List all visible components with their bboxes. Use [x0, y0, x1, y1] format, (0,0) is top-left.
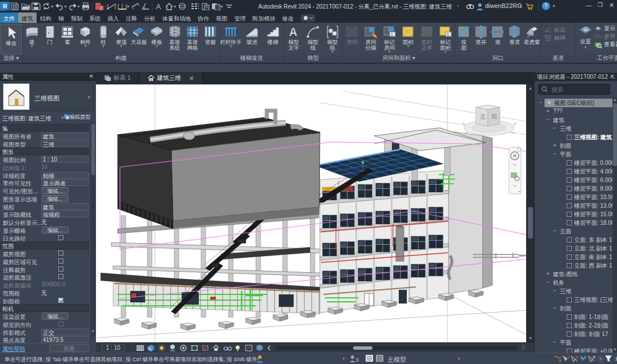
- ribbon-tab-分析[interactable]: 分析: [141, 13, 159, 23]
- select-by-face-icon[interactable]: [587, 355, 596, 364]
- panel-label-楼梯坡道[interactable]: 楼梯坡道: [220, 54, 283, 62]
- close-button[interactable]: ✕: [609, 2, 614, 9]
- print-icon[interactable]: [81, 1, 91, 11]
- ribbon-tab-建筑[interactable]: 建筑: [18, 13, 37, 23]
- tree-item-平面[interactable]: −平面: [535, 150, 612, 159]
- view-tab-close-icon[interactable]: ✕: [189, 75, 194, 82]
- type-selector-dropdown-icon[interactable]: ▼: [87, 95, 91, 99]
- tree-item-三维视图: (三维 -[interactable]: 三维视图: (三维 -: [535, 296, 612, 304]
- tree-item-平面[interactable]: −平面: [535, 338, 612, 347]
- ribbon-button-按面[interactable]: 按面: [455, 23, 472, 55]
- tree-item-楼层平面: 13.000[interactable]: 楼层平面: 13.000: [535, 201, 612, 210]
- tree-item-建筑[interactable]: −建筑: [535, 116, 612, 124]
- tree-item-三维[interactable]: −三维: [535, 124, 612, 133]
- ribbon-button-面积边界[interactable]: 面积边界: [418, 23, 436, 55]
- instance-selector[interactable]: 三维视图: 建筑三维: [2, 115, 51, 123]
- ribbon-button-幕墙系统[interactable]: 幕墙系统: [166, 23, 183, 55]
- tree-item-楼层平面: 18.000[interactable]: 楼层平面: 18.000: [535, 219, 612, 227]
- ribbon-tab-附加模块[interactable]: 附加模块: [249, 13, 279, 23]
- project-browser-close-icon[interactable]: ✕: [610, 73, 615, 79]
- active-workset-icon[interactable]: 0: [350, 355, 359, 364]
- ribbon-button-标记房间[interactable]: 1标记房间▼: [380, 23, 399, 55]
- tree-item-楼层平面: 0.000[interactable]: 楼层平面: 0.000: [535, 159, 612, 167]
- collapse-icon[interactable]: [224, 1, 234, 11]
- ribbon-button-门[interactable]: 门: [41, 23, 58, 55]
- save-icon[interactable]: [31, 1, 41, 11]
- horizontal-scrollbar[interactable]: [275, 346, 518, 350]
- open-folder-icon[interactable]: [21, 1, 31, 11]
- cart-icon[interactable]: [526, 2, 534, 13]
- design-options-icon[interactable]: [376, 355, 384, 363]
- properties-section-相机[interactable]: 相机*: [0, 304, 89, 312]
- tree-item-立面: 南 副本 1[interactable]: 立面: 南 副本 1: [535, 253, 612, 261]
- ribbon-button-墙[interactable]: 墙▼: [23, 23, 41, 55]
- ribbon-button-窗[interactable]: 窗: [59, 23, 77, 55]
- ribbon-button-老虎窗[interactable]: 老虎窗: [523, 23, 540, 55]
- user-name[interactable]: diwenB22RG: [485, 2, 522, 9]
- help-icon[interactable]: ?: [542, 2, 550, 13]
- angle-icon[interactable]: [141, 1, 151, 11]
- apply-button[interactable]: 应用: [49, 345, 89, 352]
- ribbon-display-toggle[interactable]: [297, 13, 315, 23]
- tree-item-楼层平面: 8.000[interactable]: 楼层平面: 8.000: [535, 184, 612, 193]
- tree-item-剖面: 剖面 17[interactable]: 剖面: 剖面 17: [535, 330, 612, 338]
- ribbon-tab-注释[interactable]: 注释: [122, 13, 141, 23]
- ribbon-button-模型文字[interactable]: A模型文字: [284, 23, 303, 55]
- ribbon-tab-预制[interactable]: 预制: [67, 13, 86, 23]
- ribbon-tab-修改[interactable]: 修改: [279, 13, 297, 23]
- ribbon-button-房间[interactable]: 房间: [343, 23, 362, 55]
- properties-section-图形[interactable]: 图形*: [0, 147, 89, 155]
- ribbon-button-修改[interactable]: 修改: [1, 24, 22, 54]
- search-collapse-icon[interactable]: ‹: [457, 2, 459, 9]
- browser-scrollbar[interactable]: ▲ ▼: [612, 98, 617, 353]
- ribbon-button-标高[interactable]: 标高: [544, 26, 573, 34]
- workset-list-icon[interactable]: [366, 355, 374, 363]
- select-pinned-icon[interactable]: [579, 355, 588, 364]
- help-dropdown-icon[interactable]: ▼: [552, 4, 556, 8]
- tree-item-机务[interactable]: −机务: [535, 278, 612, 287]
- drag-on-selection-icon[interactable]: [596, 355, 605, 364]
- ribbon-tab-结构[interactable]: 结构: [37, 13, 55, 23]
- navigation-bar[interactable]: [509, 147, 521, 194]
- deselect-links-icon[interactable]: [562, 355, 571, 364]
- panel-label-洞口[interactable]: 洞口: [455, 54, 540, 62]
- ribbon-button-幕墙网格[interactable]: 幕墙网格: [183, 23, 201, 55]
- tree-item-楼层平面: 4.000[interactable]: 楼层平面: 4.000: [535, 167, 612, 176]
- binoculars-icon[interactable]: [466, 2, 474, 13]
- properties-close-icon[interactable]: ✕: [89, 73, 94, 79]
- revit-logo-icon[interactable]: R: [0, 1, 10, 11]
- view-tab-建筑三维[interactable]: 建筑三维✕: [139, 72, 203, 84]
- close-doc-icon[interactable]: [94, 1, 104, 11]
- panel-label-模型[interactable]: 模型: [284, 54, 342, 62]
- tree-item-楼层平面: 10.500[interactable]: 楼层平面: 10.500: [535, 193, 612, 201]
- panel-label-工作平面[interactable]: 工作平面: [576, 54, 617, 62]
- type-thumbnail[interactable]: [3, 83, 30, 110]
- ribbon-button-设置[interactable]: 设置▼: [577, 23, 594, 50]
- view-tab-标高 1[interactable]: 标高 1: [96, 72, 139, 84]
- edit-type-button[interactable]: 编辑类型: [64, 114, 96, 122]
- ribbon-button-坡道[interactable]: 坡道: [242, 23, 263, 55]
- drawing-area[interactable]: 左 前 ▲ ▼: [96, 84, 534, 342]
- ribbon-button-天花板[interactable]: 天花板: [130, 23, 148, 55]
- properties-section-范围[interactable]: 范围*: [0, 241, 89, 249]
- paste-icon[interactable]: [201, 1, 211, 11]
- resize-grip[interactable]: ⠿: [522, 345, 526, 350]
- properties-section-集[interactable]: 集*: [0, 124, 89, 132]
- tree-item-三维[interactable]: −三维: [535, 287, 612, 296]
- view-scale[interactable]: 1 : 10: [102, 344, 125, 351]
- ribbon-button-面积[interactable]: 面积▼: [399, 23, 418, 55]
- ribbon-button-柱[interactable]: 柱▼: [94, 23, 112, 55]
- filter-icon[interactable]: [604, 355, 612, 364]
- ribbon-button-参照 平面[interactable]: 参照 平面: [594, 33, 617, 41]
- ribbon-button-竖井[interactable]: 竖井: [472, 23, 490, 55]
- properties-scrollbar[interactable]: ▼: [91, 123, 95, 336]
- tree-item-三维视图: 建筑三[interactable]: 三维视图: 建筑三: [535, 133, 612, 141]
- tree-item-立面: 北 副本 1[interactable]: 立面: 北 副本 1: [535, 244, 612, 253]
- tree-item-建筑-图纸[interactable]: +建筑-图纸: [535, 270, 612, 278]
- tree-item-楼层平面: 15.000[interactable]: 楼层平面: 15.000: [535, 210, 612, 219]
- properties-header[interactable]: 属性✕: [0, 72, 96, 81]
- ribbon-button-显示[interactable]: 显示: [594, 25, 617, 33]
- ribbon-button-墙[interactable]: 墙: [490, 23, 507, 55]
- panel-label-房间和面积[interactable]: 房间和面积 ▾: [343, 54, 455, 62]
- press-drag-icon[interactable]: [553, 355, 562, 364]
